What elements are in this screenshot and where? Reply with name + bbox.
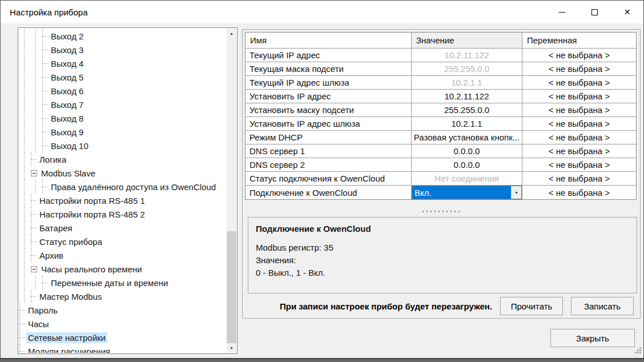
param-value-cell[interactable]: Разовая установка кнопк... xyxy=(412,131,522,144)
tree-item[interactable]: Выход 9 xyxy=(19,125,226,139)
param-value-text: 255.255.0.0 xyxy=(444,105,489,115)
window-title: Настройка прибора xyxy=(10,7,87,17)
param-name-cell: DNS сервер 1 xyxy=(245,144,412,158)
tree-item[interactable]: Выход 6 xyxy=(19,84,226,98)
param-value-cell[interactable]: 0.0.0.0 xyxy=(412,144,522,158)
splitter-handle[interactable] xyxy=(243,209,640,214)
param-value-cell[interactable]: Вкл. xyxy=(412,186,522,199)
tree-guide-line xyxy=(30,70,42,84)
tree-item[interactable]: Выход 8 xyxy=(19,111,226,125)
details-line: Modbus регистр: 35 xyxy=(256,243,629,252)
tree-item[interactable]: Выход 7 xyxy=(19,98,226,111)
close-icon xyxy=(624,8,631,16)
param-value-cell[interactable]: 10.2.11.122 xyxy=(412,90,522,103)
tree-item[interactable]: Модули расширения xyxy=(19,344,226,353)
tree-item[interactable]: Батарея xyxy=(19,221,226,235)
param-value-cell[interactable]: 10.2.1.1 xyxy=(412,76,522,90)
tree-branch-line xyxy=(42,111,49,125)
tree-item[interactable]: Сетевые настройки xyxy=(19,331,226,344)
tree-item[interactable]: Права удалённого доступа из OwenCloud xyxy=(19,180,226,194)
window-controls xyxy=(546,1,643,23)
scroll-up-icon[interactable] xyxy=(227,29,236,38)
tree-guide-line xyxy=(19,262,30,276)
tree-guide-line xyxy=(30,98,42,111)
param-variable-cell[interactable]: < не выбрана > xyxy=(522,103,636,117)
column-header-value[interactable]: Значение xyxy=(412,33,522,49)
tree-item[interactable]: Выход 5 xyxy=(19,70,226,84)
tree-item-label: Переменные даты и времени xyxy=(49,277,170,288)
table-row: Статус подключения к OwenCloudНет соедин… xyxy=(245,172,636,186)
param-variable-cell[interactable]: < не выбрана > xyxy=(522,144,636,158)
tree-item[interactable]: Настройки порта RS-485 1 xyxy=(19,194,226,207)
param-value-cell[interactable]: Нет соединения xyxy=(412,172,522,186)
tree-item[interactable]: Выход 3 xyxy=(19,43,226,57)
tree-item[interactable]: Настройки порта RS-485 2 xyxy=(19,207,226,221)
tree-guide-line xyxy=(19,194,30,207)
column-header-name[interactable]: Имя xyxy=(245,33,412,49)
param-value-text: 10.2.11.122 xyxy=(444,91,489,101)
param-value-cell[interactable]: 10.2.1.1 xyxy=(412,117,522,131)
param-value-cell[interactable]: 255.255.0.0 xyxy=(412,103,522,117)
param-name-cell: Статус подключения к OwenCloud xyxy=(245,172,412,186)
param-variable-cell[interactable]: < не выбрана > xyxy=(522,49,636,62)
tree-guide-line xyxy=(19,289,30,303)
tree-item[interactable]: Выход 10 xyxy=(19,139,226,152)
collapse-icon[interactable] xyxy=(31,266,37,272)
tree-item-label: Настройки порта RS-485 2 xyxy=(38,209,147,220)
minimize-icon xyxy=(559,12,565,13)
param-variable-cell[interactable]: < не выбрана > xyxy=(522,172,636,186)
owencloud-connection-select[interactable]: Вкл. xyxy=(412,186,522,199)
tree-item[interactable]: Пароль xyxy=(19,303,226,317)
close-button[interactable] xyxy=(611,1,643,23)
param-variable-cell[interactable]: < не выбрана > xyxy=(522,76,636,90)
tree-guide-line xyxy=(30,139,42,152)
tree-item-label: Архив xyxy=(38,250,65,261)
scroll-down-icon[interactable] xyxy=(227,343,236,353)
settings-tree-panel: Выход 2Выход 3Выход 4Выход 5Выход 6Выход… xyxy=(18,27,238,354)
maximize-icon xyxy=(591,9,598,15)
collapse-icon[interactable] xyxy=(31,170,37,176)
resize-grip[interactable] xyxy=(634,347,641,355)
tree-item[interactable]: Часы xyxy=(19,317,226,331)
tree-item[interactable]: Выход 2 xyxy=(19,29,226,43)
tree-item[interactable]: Выход 4 xyxy=(19,57,226,70)
param-name-cell: Установить IP адрес xyxy=(245,90,412,103)
splitter-dots-icon xyxy=(422,211,460,212)
tree-guide-line xyxy=(30,57,42,70)
param-value-text: 0.0.0.0 xyxy=(454,160,480,170)
param-variable-cell[interactable]: < не выбрана > xyxy=(522,131,636,144)
column-header-variable[interactable]: Переменная xyxy=(522,33,636,49)
tree-item[interactable]: Мастер Modbus xyxy=(19,289,226,303)
param-value-cell[interactable]: 255.255.0.0 xyxy=(412,62,522,76)
param-value-text: Нет соединения xyxy=(434,174,498,183)
tree-item-label: Выход 9 xyxy=(49,127,85,138)
tree-item[interactable]: Переменные даты и времени xyxy=(19,276,226,289)
param-variable-cell[interactable]: < не выбрана > xyxy=(522,117,636,131)
tree-branch-line xyxy=(19,317,26,331)
tree-branch-line xyxy=(19,331,26,344)
close-dialog-button[interactable]: Закрыть xyxy=(550,329,635,347)
write-button[interactable]: Записать xyxy=(571,297,634,315)
tree-item[interactable]: Часы реального времени xyxy=(19,262,226,276)
tree-item[interactable]: Modbus Slave xyxy=(19,166,226,180)
scrollbar-thumb[interactable] xyxy=(227,231,236,343)
param-variable-cell[interactable]: < не выбрана > xyxy=(522,186,636,199)
param-value-cell[interactable]: 10.2.11.122 xyxy=(412,49,522,62)
combo-dropdown-icon[interactable] xyxy=(511,186,521,199)
tree-item-label: Часы xyxy=(26,319,51,329)
minimize-button[interactable] xyxy=(546,1,578,23)
param-value-cell[interactable]: 0.0.0.0 xyxy=(412,158,522,172)
maximize-button[interactable] xyxy=(578,1,611,23)
titlebar[interactable]: Настройка прибора xyxy=(1,1,643,23)
param-variable-cell[interactable]: < не выбрана > xyxy=(522,62,636,76)
tree-item[interactable]: Архив xyxy=(19,248,226,262)
param-variable-cell[interactable]: < не выбрана > xyxy=(522,90,636,103)
table-header-row: Имя Значение Переменная xyxy=(245,33,636,49)
read-button[interactable]: Прочитать xyxy=(500,297,563,315)
tree-item[interactable]: Логика xyxy=(19,152,226,166)
tree-branch-line xyxy=(30,152,38,166)
param-variable-cell[interactable]: < не выбрана > xyxy=(522,158,636,172)
tree-item[interactable]: Статус прибора xyxy=(19,235,226,248)
details-line: 0 - Выкл., 1 - Вкл. xyxy=(256,268,629,277)
tree-scrollbar[interactable] xyxy=(227,29,236,353)
